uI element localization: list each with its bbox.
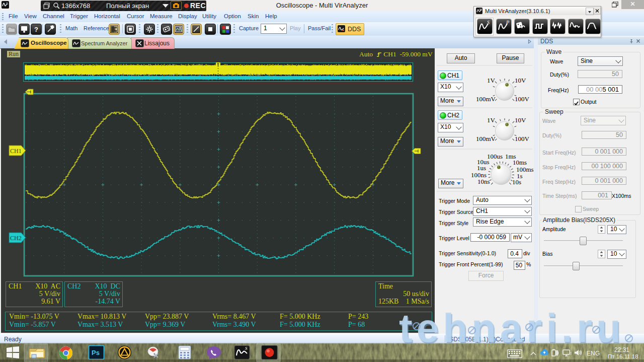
svg-text:Ps: Ps bbox=[92, 349, 100, 356]
svg-text:CH2: CH2 bbox=[10, 235, 22, 242]
svg-text:S: S bbox=[245, 346, 248, 351]
svg-text:CH1: CH1 bbox=[10, 148, 22, 155]
svg-text:S: S bbox=[487, 20, 490, 25]
svg-text:W: W bbox=[479, 8, 482, 11]
svg-text:P: P bbox=[506, 20, 509, 25]
